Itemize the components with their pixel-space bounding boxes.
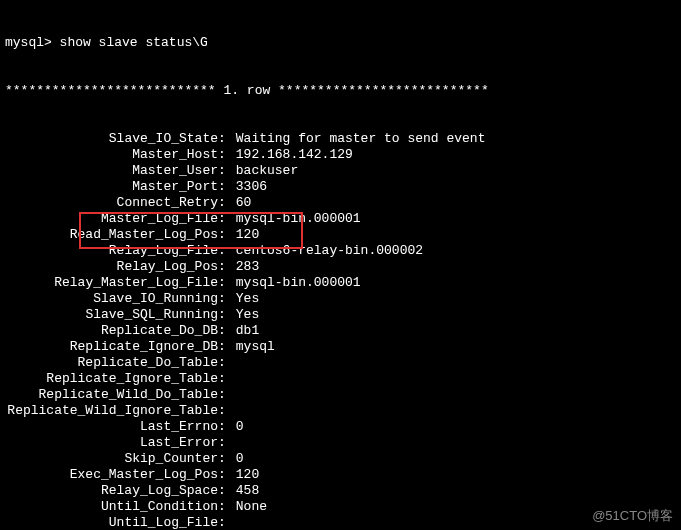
field-colon: :: [218, 147, 228, 163]
field-colon: :: [218, 419, 228, 435]
field-row: Last_Errno: 0: [5, 419, 676, 435]
field-value: [228, 387, 676, 403]
field-value: mysql: [228, 339, 676, 355]
field-value: mysql-bin.000001: [228, 211, 676, 227]
field-label: Master_User: [5, 163, 218, 179]
field-label: Skip_Counter: [5, 451, 218, 467]
field-value: Yes: [228, 307, 676, 323]
field-value: 192.168.142.129: [228, 147, 676, 163]
field-label: Master_Port: [5, 179, 218, 195]
field-row: Master_Port: 3306: [5, 179, 676, 195]
field-label: Relay_Log_Pos: [5, 259, 218, 275]
field-label: Last_Error: [5, 435, 218, 451]
field-row: Master_User: backuser: [5, 163, 676, 179]
field-label: Relay_Log_File: [5, 243, 218, 259]
field-value: [228, 403, 676, 419]
field-value: mysql-bin.000001: [228, 275, 676, 291]
field-row: Relay_Master_Log_File: mysql-bin.000001: [5, 275, 676, 291]
field-label: Slave_IO_State: [5, 131, 218, 147]
field-value: backuser: [228, 163, 676, 179]
field-value: Yes: [228, 291, 676, 307]
field-label: Slave_SQL_Running: [5, 307, 218, 323]
field-row: Replicate_Wild_Ignore_Table:: [5, 403, 676, 419]
field-row: Slave_IO_Running: Yes: [5, 291, 676, 307]
field-colon: :: [218, 355, 228, 371]
field-row: Master_Host: 192.168.142.129: [5, 147, 676, 163]
field-label: Replicate_Wild_Do_Table: [5, 387, 218, 403]
field-row: Skip_Counter: 0: [5, 451, 676, 467]
field-colon: :: [218, 387, 228, 403]
field-value: [228, 355, 676, 371]
field-colon: :: [218, 259, 228, 275]
mysql-prompt: mysql> show slave status\G: [5, 35, 676, 51]
field-value: [228, 371, 676, 387]
field-colon: :: [218, 467, 228, 483]
field-row: Exec_Master_Log_Pos: 120: [5, 467, 676, 483]
watermark: @51CTO博客: [592, 508, 673, 524]
field-row: Relay_Log_File: centos6-relay-bin.000002: [5, 243, 676, 259]
field-label: Until_Condition: [5, 499, 218, 515]
field-row: Slave_SQL_Running: Yes: [5, 307, 676, 323]
field-label: Replicate_Do_Table: [5, 355, 218, 371]
field-label: Replicate_Do_DB: [5, 323, 218, 339]
terminal-output: mysql> show slave status\G *************…: [0, 0, 681, 530]
field-colon: :: [218, 179, 228, 195]
field-row: Relay_Log_Space: 458: [5, 483, 676, 499]
field-colon: :: [218, 275, 228, 291]
field-label: Connect_Retry: [5, 195, 218, 211]
field-value: 0: [228, 419, 676, 435]
field-row: Read_Master_Log_Pos: 120: [5, 227, 676, 243]
field-value: [228, 435, 676, 451]
field-value: 458: [228, 483, 676, 499]
field-label: Master_Log_File: [5, 211, 218, 227]
field-colon: :: [218, 211, 228, 227]
field-colon: :: [218, 339, 228, 355]
field-colon: :: [218, 227, 228, 243]
field-row: Relay_Log_Pos: 283: [5, 259, 676, 275]
field-value: 283: [228, 259, 676, 275]
field-row: Replicate_Do_Table:: [5, 355, 676, 371]
field-row: Until_Log_File:: [5, 515, 676, 530]
field-row: Last_Error:: [5, 435, 676, 451]
field-colon: :: [218, 323, 228, 339]
field-row: Slave_IO_State: Waiting for master to se…: [5, 131, 676, 147]
field-value: centos6-relay-bin.000002: [228, 243, 676, 259]
field-row: Until_Condition: None: [5, 499, 676, 515]
field-value: db1: [228, 323, 676, 339]
field-colon: :: [218, 403, 228, 419]
field-label: Relay_Log_Space: [5, 483, 218, 499]
field-value: 60: [228, 195, 676, 211]
field-value: 3306: [228, 179, 676, 195]
field-label: Master_Host: [5, 147, 218, 163]
field-colon: :: [218, 131, 228, 147]
status-fields: Slave_IO_State: Waiting for master to se…: [5, 131, 676, 530]
field-row: Master_Log_File: mysql-bin.000001: [5, 211, 676, 227]
field-row: Connect_Retry: 60: [5, 195, 676, 211]
field-label: Exec_Master_Log_Pos: [5, 467, 218, 483]
field-value: 120: [228, 227, 676, 243]
field-colon: :: [218, 435, 228, 451]
field-colon: :: [218, 515, 228, 530]
field-label: Relay_Master_Log_File: [5, 275, 218, 291]
field-label: Read_Master_Log_Pos: [5, 227, 218, 243]
row-separator: *************************** 1. row *****…: [5, 83, 676, 99]
field-colon: :: [218, 499, 228, 515]
field-label: Last_Errno: [5, 419, 218, 435]
field-colon: :: [218, 371, 228, 387]
field-colon: :: [218, 243, 228, 259]
field-label: Slave_IO_Running: [5, 291, 218, 307]
field-row: Replicate_Ignore_DB: mysql: [5, 339, 676, 355]
field-label: Replicate_Ignore_DB: [5, 339, 218, 355]
field-label: Replicate_Wild_Ignore_Table: [5, 403, 218, 419]
field-row: Replicate_Ignore_Table:: [5, 371, 676, 387]
field-colon: :: [218, 291, 228, 307]
field-colon: :: [218, 307, 228, 323]
field-row: Replicate_Wild_Do_Table:: [5, 387, 676, 403]
field-colon: :: [218, 163, 228, 179]
field-colon: :: [218, 483, 228, 499]
field-value: 0: [228, 451, 676, 467]
field-colon: :: [218, 195, 228, 211]
field-value: Waiting for master to send event: [228, 131, 676, 147]
field-value: 120: [228, 467, 676, 483]
field-label: Replicate_Ignore_Table: [5, 371, 218, 387]
